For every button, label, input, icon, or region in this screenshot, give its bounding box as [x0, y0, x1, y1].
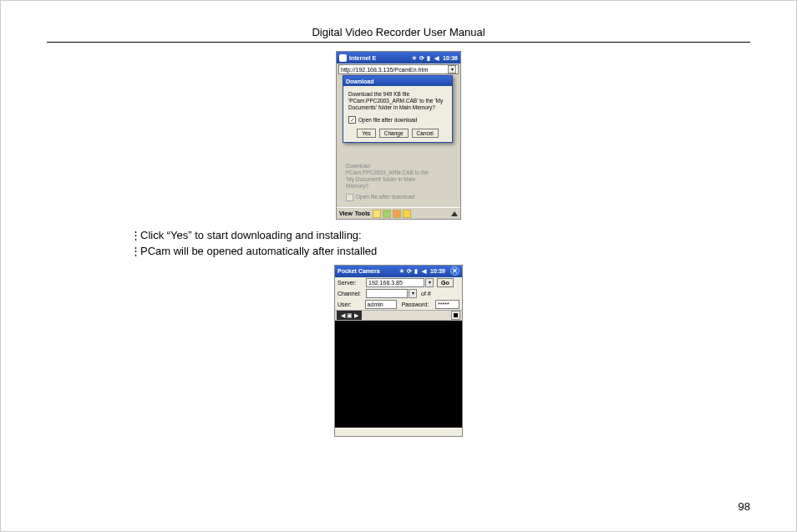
ie-screenshot: Internet E ✶ ⟳ ▮ ◀ 10:36 http://192.168.…	[336, 51, 461, 220]
ptz-nav-pad[interactable]: ◀ ▣ ▶	[337, 311, 362, 320]
user-input[interactable]: admin	[365, 300, 397, 309]
signal-icon: ▮	[427, 55, 433, 61]
dialog-title: Download	[343, 76, 452, 86]
status-icons: ✶ ⟳ ▮ ◀	[412, 55, 440, 61]
arrow-right-icon[interactable]: ▶	[354, 312, 358, 318]
go-button[interactable]: Go	[437, 278, 454, 287]
sip-keyboard-icon[interactable]	[451, 211, 458, 216]
connectivity-icon: ✶	[412, 55, 418, 61]
instruction-line-2: PCam will be opened automatically after …	[140, 244, 377, 260]
server-label: Server:	[338, 280, 364, 286]
ie-bottom-bar: View Tools	[337, 207, 460, 219]
pc-app-name: Pocket Camera	[338, 268, 380, 274]
sync-icon: ⟳	[407, 268, 413, 274]
password-value: *****	[438, 301, 449, 307]
figure-2: Pocket Camera ✶ ⟳ ▮ ◀ 10:39 ✕ Server: 19…	[47, 265, 750, 437]
dialog-msg-line2: 'PCam.PPC2003_ARM.CAB' to the 'My	[348, 98, 447, 104]
address-url: http://192.168.3.135/PcamEn.htm	[341, 67, 428, 73]
ghost-checkbox-label: Open file after download	[356, 194, 414, 200]
video-preview	[335, 321, 462, 428]
signal-icon: ▮	[414, 268, 420, 274]
home-icon[interactable]	[393, 210, 401, 218]
open-after-download-label: Open file after download	[358, 117, 417, 124]
tool-icon-1[interactable]	[373, 210, 381, 218]
clock: 10:39	[430, 268, 445, 274]
connectivity-icon: ✶	[399, 268, 405, 274]
dialog-body: Download the 949 KB file 'PCam.PPC2003_A…	[343, 86, 452, 142]
cancel-button[interactable]: Cancel	[412, 129, 439, 138]
page-number: 98	[739, 500, 750, 513]
view-menu[interactable]: View	[339, 210, 353, 216]
channel-of-label: of #	[421, 291, 431, 296]
ghost-line3: Memory?	[346, 183, 449, 190]
yes-button[interactable]: Yes	[357, 129, 376, 138]
ghost-line2: 'My Document' folder in Main	[346, 176, 449, 183]
instruction-line-1: Click “Yes” to start downloading and ins…	[140, 228, 362, 244]
favorites-icon[interactable]	[403, 210, 411, 218]
user-label: User:	[338, 301, 363, 307]
control-strip: ◀ ▣ ▶	[335, 310, 462, 321]
clock: 10:36	[443, 55, 458, 61]
sync-icon: ⟳	[419, 55, 425, 61]
channel-dropdown-icon[interactable]: ▾	[409, 289, 417, 298]
bullet-icon: ⋮	[130, 244, 137, 260]
dialog-msg-line3: Documents' folder in Main Memory?	[348, 104, 447, 111]
pc-titlebar: Pocket Camera ✶ ⟳ ▮ ◀ 10:39 ✕	[335, 266, 462, 277]
tools-menu[interactable]: Tools	[355, 210, 370, 216]
tool-icon-2[interactable]	[383, 210, 391, 218]
ghost-line1: PCam.PPC2003_ARM.CAB to the	[346, 170, 449, 176]
pad-center-icon[interactable]: ▣	[347, 312, 353, 318]
ie-titlebar: Internet E ✶ ⟳ ▮ ◀ 10:36	[337, 52, 460, 63]
user-value: admin	[368, 301, 383, 307]
server-dropdown-icon[interactable]: ▾	[425, 278, 434, 287]
ghost-line0: Download	[346, 163, 449, 170]
server-input[interactable]: 192.168.3.85	[366, 278, 424, 287]
password-input[interactable]: *****	[435, 300, 459, 309]
password-label: Password:	[402, 301, 434, 307]
windows-flag-icon	[339, 54, 347, 62]
dialog-msg-line1: Download the 949 KB file	[348, 91, 447, 98]
server-value: 192.168.3.85	[368, 280, 403, 286]
channel-label: Channel:	[338, 291, 364, 296]
ghost-checkbox	[346, 194, 353, 201]
speaker-icon: ◀	[434, 55, 440, 61]
arrow-left-icon[interactable]: ◀	[341, 312, 345, 318]
pocket-camera-screenshot: Pocket Camera ✶ ⟳ ▮ ◀ 10:39 ✕ Server: 19…	[334, 265, 463, 437]
record-button[interactable]	[451, 311, 460, 320]
channel-input[interactable]	[366, 289, 408, 298]
ie-app-name: Internet E	[349, 55, 376, 61]
download-dialog: Download Download the 949 KB file 'PCam.…	[343, 75, 453, 143]
status-icons: ✶ ⟳ ▮ ◀	[399, 268, 428, 274]
header-title: Digital Video Recorder User Manual	[312, 26, 485, 38]
address-dropdown-icon[interactable]: ▾	[448, 65, 456, 73]
instruction-text: ⋮Click “Yes” to start downloading and in…	[130, 228, 750, 260]
background-dialog-ghost: Download PCam.PPC2003_ARM.CAB to the 'My…	[343, 160, 453, 204]
toolbar-icons	[373, 210, 411, 218]
figure-1: Internet E ✶ ⟳ ▮ ◀ 10:36 http://192.168.…	[47, 51, 750, 220]
page-header: Digital Video Recorder User Manual	[47, 26, 750, 43]
record-icon	[454, 313, 458, 317]
open-after-download-checkbox[interactable]: ✓	[348, 116, 356, 124]
address-bar[interactable]: http://192.168.3.135/PcamEn.htm ▾	[338, 64, 459, 74]
close-icon[interactable]: ✕	[450, 266, 459, 276]
change-button[interactable]: Change	[379, 129, 409, 138]
speaker-icon: ◀	[422, 268, 428, 274]
bullet-icon: ⋮	[130, 228, 137, 244]
